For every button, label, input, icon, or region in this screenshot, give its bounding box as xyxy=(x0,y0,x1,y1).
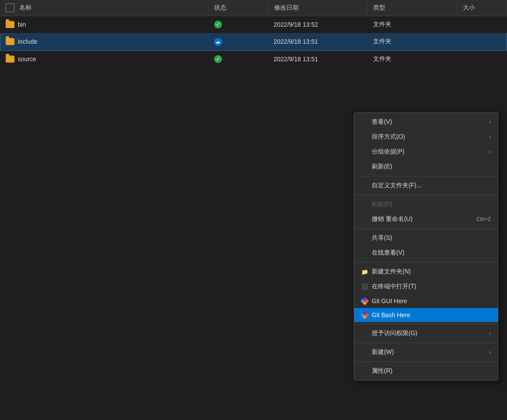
col-header-type: 类型 xyxy=(368,0,457,16)
menu-item-left: 查看(V) xyxy=(361,118,392,126)
empty-icon xyxy=(361,234,368,242)
menu-item-left: 📁 新建文件夹(N) xyxy=(361,268,411,276)
menu-item-label: 新建文件夹(N) xyxy=(372,268,411,276)
col-header-status: 状态 xyxy=(209,0,268,16)
status-cloud-icon: ☁ xyxy=(214,38,222,46)
empty-icon xyxy=(361,249,368,256)
file-status-cell: ☁ xyxy=(209,33,268,51)
context-menu-item-customize[interactable]: 自定义文件夹(F)... xyxy=(354,178,498,193)
file-modified-cell: 2022/9/18 13:52 xyxy=(268,16,368,33)
context-menu-item-sort[interactable]: 排序方式(O) › xyxy=(354,130,498,144)
menu-item-label: 在终端中打开(T) xyxy=(372,283,416,290)
status-check-icon: ✓ xyxy=(214,21,222,28)
context-menu-divider xyxy=(354,324,498,324)
empty-icon xyxy=(361,201,368,208)
menu-item-label: 查看(V) xyxy=(372,118,392,126)
col-header-size: 大小 xyxy=(457,0,507,16)
menu-item-left: ⬛ 在终端中打开(T) xyxy=(361,283,416,290)
context-menu-item-new_folder[interactable]: 📁 新建文件夹(N) xyxy=(354,264,498,279)
git-icon xyxy=(361,312,368,318)
file-modified-cell: 2022/9/18 13:51 xyxy=(268,33,368,51)
menu-item-right: › xyxy=(489,134,491,140)
empty-icon xyxy=(361,368,368,374)
context-menu-divider xyxy=(354,176,498,176)
submenu-arrow-icon: › xyxy=(489,134,491,140)
menu-item-left: 在线查看(V) xyxy=(361,249,405,257)
status-check-icon: ✓ xyxy=(214,55,222,63)
context-menu-item-properties[interactable]: 属性(R) xyxy=(354,364,498,378)
empty-icon xyxy=(361,119,368,126)
col-header-name[interactable]: 名称 xyxy=(0,0,209,16)
menu-item-label: 授予访问权限(G) xyxy=(372,329,417,337)
col-header-modified: 修改日期 xyxy=(268,0,368,16)
git-icon xyxy=(361,298,368,304)
context-menu: 查看(V) › 排序方式(O) › 分组依据(P) › 刷新(E) 自定义文件夹… xyxy=(354,112,498,381)
submenu-arrow-icon: › xyxy=(489,330,491,336)
file-type-cell: 文件夹 xyxy=(368,16,457,33)
context-menu-item-git_bash[interactable]: Git Bash Here xyxy=(354,308,498,322)
menu-item-left: 排序方式(O) xyxy=(361,133,405,141)
table-row[interactable]: bin ✓ 2022/9/18 13:52 文件夹 xyxy=(0,16,507,33)
context-menu-item-refresh[interactable]: 刷新(E) xyxy=(354,159,498,174)
shortcut-label: Ctrl+Z xyxy=(476,216,491,222)
menu-item-label: Git GUI Here xyxy=(372,298,407,304)
terminal-icon: ⬛ xyxy=(361,283,368,290)
file-type-cell: 文件夹 xyxy=(368,33,457,51)
file-status-cell: ✓ xyxy=(209,50,268,67)
context-menu-item-undo_rename[interactable]: 撤销 重命名(U) Ctrl+Z xyxy=(354,212,498,227)
context-menu-divider xyxy=(354,343,498,343)
file-name-cell: bin xyxy=(0,16,209,33)
menu-item-label: 自定义文件夹(F)... xyxy=(372,182,422,189)
context-menu-item-group[interactable]: 分组依据(P) › xyxy=(354,144,498,159)
empty-icon xyxy=(361,216,368,223)
context-menu-item-open_terminal[interactable]: ⬛ 在终端中打开(T) xyxy=(354,279,498,294)
menu-item-label: 在线查看(V) xyxy=(372,249,405,257)
context-menu-item-view[interactable]: 查看(V) › xyxy=(354,115,498,130)
table-row[interactable]: include ☁ 2022/9/18 13:51 文件夹 xyxy=(0,33,507,51)
select-all-checkbox[interactable] xyxy=(6,4,14,12)
menu-item-left: 属性(R) xyxy=(361,367,392,375)
menu-item-label: Git Bash Here xyxy=(372,312,410,318)
context-menu-item-share[interactable]: 共享(S) xyxy=(354,231,498,245)
file-name-label: bin xyxy=(18,21,26,28)
context-menu-divider xyxy=(354,228,498,229)
file-size-cell xyxy=(457,50,507,67)
submenu-arrow-icon: › xyxy=(489,119,491,125)
menu-item-label: 粘贴(P) xyxy=(372,200,392,208)
menu-item-right: › xyxy=(489,349,491,355)
file-name-cell: include xyxy=(0,33,209,51)
context-menu-divider xyxy=(354,262,498,262)
menu-item-label: 新建(W) xyxy=(372,348,394,356)
table-header-row: 名称 状态 修改日期 类型 大小 xyxy=(0,0,507,16)
context-menu-item-access[interactable]: 授予访问权限(G) › xyxy=(354,326,498,341)
menu-item-right: › xyxy=(489,119,491,125)
empty-icon xyxy=(361,182,368,189)
menu-item-label: 共享(S) xyxy=(372,234,392,242)
menu-item-left: Git Bash Here xyxy=(361,312,410,318)
file-size-cell xyxy=(457,16,507,33)
file-name-cell: source xyxy=(0,50,209,67)
menu-item-left: 共享(S) xyxy=(361,234,392,242)
submenu-arrow-icon: › xyxy=(489,349,491,355)
menu-item-left: 新建(W) xyxy=(361,348,394,356)
menu-item-label: 刷新(E) xyxy=(372,163,392,171)
context-menu-item-new[interactable]: 新建(W) › xyxy=(354,345,498,360)
table-row[interactable]: source ✓ 2022/9/18 13:51 文件夹 xyxy=(0,50,507,67)
empty-icon xyxy=(361,349,368,356)
menu-item-right: › xyxy=(489,149,491,155)
menu-item-right: › xyxy=(489,330,491,336)
file-size-cell xyxy=(457,33,507,51)
context-menu-item-online_view[interactable]: 在线查看(V) xyxy=(354,245,498,260)
empty-icon xyxy=(361,133,368,140)
folder-icon xyxy=(6,21,14,28)
file-status-cell: ✓ xyxy=(209,16,268,33)
submenu-arrow-icon: › xyxy=(489,149,491,155)
empty-icon xyxy=(361,163,368,170)
file-name-label: include xyxy=(18,38,37,45)
menu-item-label: 分组依据(P) xyxy=(372,148,405,156)
context-menu-item-git_gui[interactable]: Git GUI Here xyxy=(354,294,498,308)
menu-item-label: 撤销 重命名(U) xyxy=(372,215,412,223)
empty-icon xyxy=(361,330,368,337)
menu-item-label: 排序方式(O) xyxy=(372,133,405,141)
empty-icon xyxy=(361,148,368,155)
